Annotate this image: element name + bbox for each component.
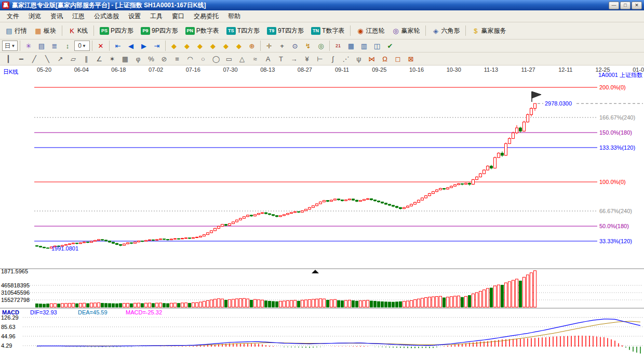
ellipse-tool[interactable]: ◯ [210,53,222,64]
circle-tool[interactable]: ○ [197,53,209,64]
gann-fan-tool-icon: ✶ [109,55,116,63]
gann-square-tool-3[interactable]: ◆ [194,40,206,51]
chevron-down-icon: ▼ [11,44,16,48]
compass-tool[interactable]: ⊕ [246,40,258,51]
wave-marker-tool[interactable]: ≈ [249,53,261,64]
hexagon-button[interactable]: ◈六角形 [428,24,463,37]
period-day-selector[interactable]: 日▼ [2,41,18,51]
menu-item[interactable]: 工具 [145,11,167,22]
t-number-table-button[interactable]: TNT数字表 [308,24,347,37]
gann-square-tool-5[interactable]: ◆ [220,40,232,51]
calendar-21-icon[interactable]: 21 [332,40,344,51]
fibonacci-time-tool[interactable]: ≡ [171,53,183,64]
menu-item[interactable]: 交易委托 [189,11,223,22]
time-cycle-tool[interactable]: ⊘ [158,53,170,64]
pitchfork-tool[interactable]: ψ [353,53,365,64]
zoom-tool[interactable]: ⊙ [289,40,301,51]
price-label-tool[interactable]: ¥ [301,53,313,64]
report-icon[interactable]: ▤ [35,40,48,51]
regression-tool[interactable]: ∫ [327,53,339,64]
date-label: 11-27 [521,67,535,73]
sectors-button-icon: ▦ [34,27,42,35]
quotes-button[interactable]: ▤行情 [2,24,30,37]
flag-annotation [532,91,541,102]
gann-square-tool-4[interactable]: ◆ [207,40,219,51]
save-layout-icon[interactable]: ◫ [371,40,383,51]
close-button[interactable]: ✕ [632,2,642,9]
ruler-tool[interactable]: ⊢ [314,53,326,64]
angle-line-tool[interactable]: ∠ [93,53,105,64]
flash-tool[interactable]: ↯ [302,40,314,51]
channel-tool[interactable]: ▱ [67,53,79,64]
speed-line-tool-icon: ⋰ [342,55,350,63]
gann-square-tool-2[interactable]: ◆ [181,40,193,51]
9t-square-button[interactable]: T99T四方形 [264,24,307,37]
mirror-tool[interactable]: ⋈ [366,53,378,64]
percent-line-tool[interactable]: % [145,53,157,64]
eraser-tool[interactable]: ◻ [392,53,404,64]
menu-item[interactable]: 窗口 [167,11,189,22]
text-label-tool[interactable]: T [275,53,287,64]
mirror-tool-icon: ⋈ [368,55,376,63]
golden-section-tool[interactable]: φ [132,53,144,64]
zero-angle-selector[interactable]: 0▼ [74,41,90,51]
pan-hand-tool[interactable]: ✛ [263,40,275,51]
menu-item[interactable]: 设置 [124,11,145,22]
drawing-toolbar: ┃━╱╲↗▱∥∠✶▦φ%⊘≡◠○◯▭△≈AT→¥⊢∫⋰ψ⋈Ω◻⊠ [0,52,644,65]
menu-item[interactable]: 帮助 [223,11,245,22]
trend-line-tool[interactable]: ╱ [28,53,41,64]
9p-square-button[interactable]: P99P四方形 [138,24,181,37]
nav-next-button[interactable]: ▶ [138,40,150,51]
menu-item[interactable]: 江恩 [68,11,89,22]
crosshair-tool[interactable]: + [276,40,288,51]
menu-item[interactable]: 公式选股 [89,11,124,22]
chart-canvas[interactable]: 05-2006-0406-1807-0207-1607-3008-1308-27… [0,65,644,356]
p-square-button[interactable]: PSP四方形 [97,24,137,37]
magnet-tool[interactable]: Ω [379,53,391,64]
winner-wheel-button[interactable]: ◎赢家轮 [388,24,423,37]
list-icon[interactable]: ≣ [48,40,61,51]
date-label: 10-30 [447,67,461,73]
cycle-tool[interactable]: ◎ [315,40,327,51]
kline-button[interactable]: KK线 [65,24,91,37]
sectors-button[interactable]: ▦板块 [31,24,59,37]
delete-drawing-button[interactable]: ✕ [95,40,107,51]
table-view-icon[interactable]: ▥ [358,40,370,51]
gann-square-tool-1[interactable]: ◆ [168,40,180,51]
nav-first-button[interactable]: ⇤ [112,40,124,51]
t-square-button[interactable]: TST四方形 [223,24,263,37]
winner-service-button[interactable]: $赢家服务 [468,24,509,37]
confirm-icon[interactable]: ✔ [384,40,396,51]
lock-tool[interactable]: ⊠ [405,53,417,64]
gann-wheel-button[interactable]: ◉江恩轮 [353,24,387,37]
parallel-lines-tool[interactable]: ∥ [80,53,92,64]
arc-tool[interactable]: ◠ [184,53,196,64]
horizontal-line-tool[interactable]: ━ [15,53,28,64]
gann-square-tool-6[interactable]: ◆ [233,40,245,51]
speed-line-tool[interactable]: ⋰ [340,53,352,64]
minimize-button[interactable]: — [609,2,619,9]
arrow-line-tool[interactable]: ↗ [54,53,66,64]
panel-view-icon[interactable]: ▦ [345,40,357,51]
menu-item[interactable]: 文件 [2,11,24,22]
vertical-line-tool[interactable]: ┃ [2,53,15,64]
nav-last-button-icon: ⇥ [153,42,161,50]
maximize-button[interactable]: □ [620,2,630,9]
time-cycle-tool-icon: ⊘ [160,55,168,63]
menu-item[interactable]: 资讯 [46,11,68,22]
segment-line-tool[interactable]: ╲ [41,53,53,64]
gann-chart-icon[interactable]: ✳ [22,40,35,51]
macd-pane-label: MACD [2,309,19,315]
gann-fan-tool[interactable]: ✶ [106,53,118,64]
abc-marker-tool[interactable]: A [262,53,274,64]
nav-prev-button[interactable]: ◀ [125,40,137,51]
menu-item[interactable]: 浏览 [24,11,46,22]
gann-levels: 200.0%(0)166.67%(240)150.0%(180)133.33%(… [34,84,635,244]
rectangle-tool[interactable]: ▭ [223,53,235,64]
p-number-table-button[interactable]: PNP数字表 [182,24,222,37]
arrow-marker-tool[interactable]: → [288,53,300,64]
gann-grid-tool[interactable]: ▦ [119,53,131,64]
triangle-tool[interactable]: △ [236,53,248,64]
sort-updown-icon[interactable]: ↕ [61,40,74,51]
nav-last-button[interactable]: ⇥ [151,40,163,51]
